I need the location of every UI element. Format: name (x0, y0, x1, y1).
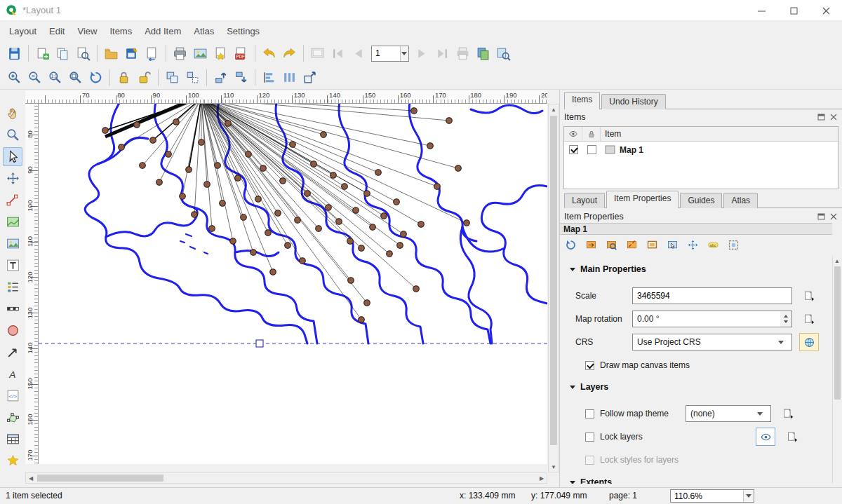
draw-canvas-items-checkbox[interactable] (585, 361, 594, 370)
map1-visibility-checkbox[interactable] (569, 145, 578, 154)
zoom-level-combo[interactable] (670, 489, 754, 503)
scroll-left-icon[interactable]: ◀ (26, 473, 36, 483)
crs-dropdown[interactable]: Use Project CRS (632, 334, 792, 350)
group-items-button[interactable] (162, 68, 182, 88)
save-project-button[interactable] (4, 43, 25, 63)
tab-undo-history[interactable]: Undo History (601, 94, 665, 109)
zoom-tool-button[interactable] (3, 125, 22, 144)
scroll-down-icon[interactable]: ▼ (549, 462, 559, 472)
duplicate-layout-button[interactable] (53, 43, 73, 63)
labeling-settings-button[interactable]: abc (705, 238, 721, 253)
panel-scroll-up-icon[interactable]: ▲ (832, 256, 842, 266)
atlas-page-dropdown-button[interactable] (400, 46, 408, 61)
layout-manager-button[interactable] (73, 43, 93, 63)
view-scale-in-canvas-button[interactable] (644, 238, 660, 253)
align-items-button[interactable] (259, 68, 279, 88)
lock-selected-items-button[interactable] (114, 68, 134, 88)
horizontal-scrollbar[interactable]: ◀ ▶ (25, 472, 547, 484)
menu-atlas[interactable]: Atlas (187, 22, 220, 40)
zoom-in-button[interactable] (4, 68, 25, 88)
atlas-settings-button[interactable] (473, 43, 493, 63)
map-rotation-field[interactable]: 0.00 ° (632, 311, 780, 327)
refresh-view-button[interactable] (86, 68, 106, 88)
horizontal-scroll-thumb[interactable] (37, 475, 163, 482)
scale-data-defined-button[interactable] (801, 287, 817, 304)
scale-input[interactable] (637, 291, 787, 301)
menu-layout[interactable]: Layout (3, 22, 43, 40)
add-north-arrow-button[interactable]: A (3, 365, 22, 383)
lock-layers-checkbox[interactable] (585, 433, 594, 442)
map1-lock-checkbox[interactable] (587, 145, 596, 154)
zoom-full-button[interactable] (65, 68, 86, 88)
print-layout-button[interactable] (170, 43, 190, 63)
add-picture-button[interactable] (3, 234, 22, 253)
zoom-actual-size-button[interactable]: 1:1 (45, 68, 65, 88)
layers-section-header[interactable]: Layers (570, 382, 608, 392)
redo-button[interactable] (279, 43, 300, 63)
clipping-settings-button[interactable] (726, 238, 741, 253)
map-theme-dropdown[interactable]: (none) (686, 405, 771, 422)
raise-items-button[interactable] (210, 68, 231, 88)
scroll-right-icon[interactable]: ▶ (537, 473, 547, 483)
add-label-button[interactable] (3, 256, 22, 275)
tab-items[interactable]: Items (564, 92, 600, 109)
lock-layers-data-defined-button[interactable] (784, 428, 801, 445)
zoom-level-input[interactable] (671, 490, 743, 502)
add-node-item-button[interactable] (3, 408, 22, 427)
export-image-button[interactable] (190, 43, 210, 63)
export-svg-button[interactable] (210, 43, 231, 63)
panel-scroll-thumb[interactable] (834, 266, 841, 400)
undo-button[interactable] (259, 43, 279, 63)
save-as-template-button[interactable] (121, 43, 142, 63)
draw-canvas-items-row[interactable]: Draw map canvas items (585, 356, 831, 374)
extents-section-header[interactable]: Extents (570, 477, 612, 484)
layout-canvas[interactable] (39, 104, 547, 464)
atlas-next-feature-button[interactable] (412, 43, 432, 63)
add-html-button[interactable]: </> (3, 386, 22, 405)
zoom-out-button[interactable] (25, 68, 45, 88)
close-button[interactable] (810, 0, 842, 21)
edit-nodes-item-button[interactable] (3, 191, 22, 210)
map-item-selection[interactable] (39, 340, 547, 347)
interactively-edit-extent-button[interactable] (664, 238, 680, 253)
add-shape-button[interactable] (3, 321, 22, 340)
lower-items-button[interactable] (231, 68, 251, 88)
menu-items[interactable]: Items (103, 22, 138, 40)
tab-atlas[interactable]: Atlas (723, 193, 758, 208)
minimize-button[interactable] (745, 0, 777, 21)
resize-items-button[interactable] (300, 68, 320, 88)
maximize-button[interactable] (777, 0, 810, 21)
vertical-scrollbar[interactable]: ▲ ▼ (548, 104, 559, 472)
lock-styles-checkbox[interactable] (585, 456, 594, 465)
menu-edit[interactable]: Edit (43, 22, 71, 40)
scale-field[interactable] (632, 287, 792, 304)
print-atlas-button[interactable] (453, 43, 473, 63)
menu-view[interactable]: View (71, 22, 103, 40)
tab-guides[interactable]: Guides (680, 193, 722, 208)
atlas-page-input[interactable] (372, 46, 400, 61)
atlas-export-button[interactable] (493, 43, 514, 63)
set-map-extent-to-canvas-button[interactable] (583, 238, 599, 253)
add-items-from-template-button[interactable] (142, 43, 162, 63)
refresh-map-preview-button[interactable] (563, 238, 578, 253)
items-list-row-map1[interactable]: Map 1 (564, 142, 838, 158)
close-panel-button[interactable] (829, 113, 838, 121)
atlas-last-feature-button[interactable] (432, 43, 453, 63)
move-map-content-button[interactable] (685, 238, 700, 253)
distribute-items-button[interactable] (279, 68, 300, 88)
preview-atlas-button[interactable] (307, 43, 328, 63)
properties-scrollbar[interactable]: ▲ (832, 256, 841, 484)
rotation-data-defined-button[interactable] (801, 311, 817, 327)
select-crs-button[interactable] (799, 333, 819, 351)
zoom-dropdown-button[interactable] (743, 490, 754, 502)
atlas-page-combo[interactable] (371, 46, 409, 62)
close-properties-button[interactable] (829, 212, 838, 221)
menu-settings[interactable]: Settings (220, 22, 266, 40)
tab-item-properties[interactable]: Item Properties (606, 191, 679, 208)
theme-data-defined-button[interactable] (780, 405, 796, 422)
add-marker-button[interactable] (3, 451, 22, 470)
spin-down-icon[interactable] (784, 320, 788, 323)
add-legend-button[interactable] (3, 278, 22, 297)
ruler-vertical[interactable]: 8090100110120130140150160170 (25, 104, 39, 464)
select-move-item-button[interactable] (3, 147, 22, 166)
